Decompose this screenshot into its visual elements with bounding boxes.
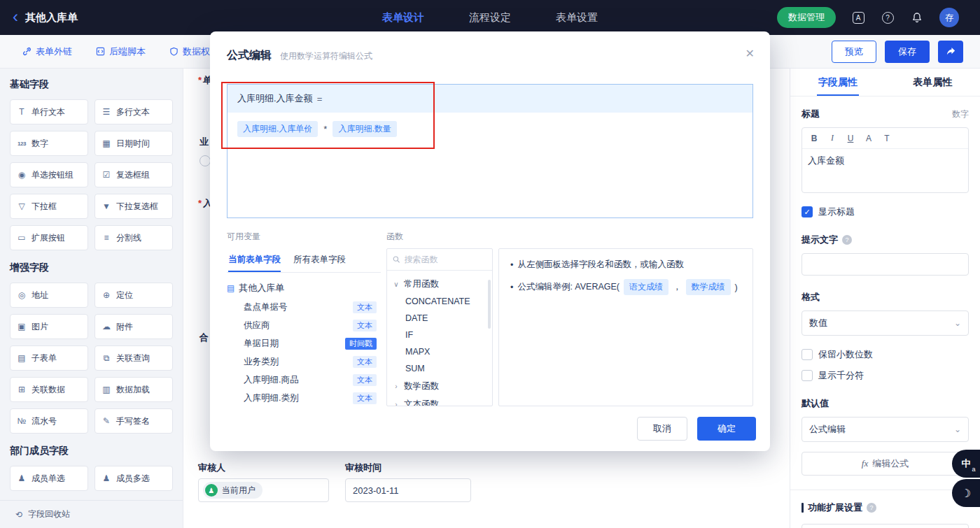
function-item[interactable]: MAPX bbox=[387, 343, 492, 360]
format-select[interactable]: 数值 ⌄ bbox=[802, 311, 969, 336]
function-item[interactable]: CONCATENATE bbox=[387, 293, 492, 310]
field-multi-line-text[interactable]: ☰多行文本 bbox=[94, 99, 173, 124]
field-linked-data[interactable]: ⊞关联数据 bbox=[10, 377, 88, 402]
avatar[interactable]: 存 bbox=[939, 8, 959, 27]
function-list: ∨常用函数 CONCATENATE DATE IF MAPX SUM ›数学函数… bbox=[387, 271, 492, 406]
backend-script-button[interactable]: 后端脚本 bbox=[96, 45, 146, 58]
tab-flow-settings[interactable]: 流程设定 bbox=[469, 11, 511, 24]
field-divider[interactable]: ≡分割线 bbox=[94, 225, 173, 250]
tree-field[interactable]: 业务类别文本 bbox=[227, 352, 381, 371]
bell-icon[interactable] bbox=[910, 10, 924, 24]
reviewer-label: 审核人 bbox=[198, 462, 225, 474]
font-color-button[interactable]: A bbox=[860, 134, 878, 143]
section-title: 增强字段 bbox=[10, 262, 173, 274]
tab-field-properties[interactable]: 字段属性 bbox=[790, 69, 886, 96]
field-checkbox-group[interactable]: ☑复选框组 bbox=[94, 162, 173, 187]
tab-current-form-fields[interactable]: 当前表单字段 bbox=[228, 248, 281, 272]
tree-field[interactable]: 入库明细.商品文本 bbox=[227, 371, 381, 389]
dark-mode-button[interactable]: ☽ bbox=[952, 479, 980, 507]
field-dropdown[interactable]: ▽下拉框 bbox=[10, 194, 88, 219]
checkbox-unchecked-icon[interactable] bbox=[802, 349, 813, 360]
tree-field[interactable]: 盘点单据号文本 bbox=[227, 298, 381, 316]
hint-input[interactable] bbox=[802, 253, 969, 276]
preview-button[interactable]: 预览 bbox=[832, 41, 876, 63]
underline-button[interactable]: U bbox=[841, 134, 860, 143]
radio-option[interactable] bbox=[200, 155, 211, 166]
add-action-button[interactable]: 添加操作 bbox=[802, 524, 969, 528]
function-item[interactable]: SUM bbox=[387, 360, 492, 377]
hint-help-icon[interactable]: ? bbox=[842, 235, 852, 245]
field-image[interactable]: ▣图片 bbox=[10, 314, 88, 339]
review-time-input[interactable] bbox=[353, 485, 476, 496]
tree-field[interactable]: 单据日期时间戳 bbox=[227, 334, 381, 352]
back-group[interactable]: ‹ 其他入库单 bbox=[0, 10, 78, 25]
field-address[interactable]: ◎地址 bbox=[10, 283, 88, 308]
formula-editor[interactable]: 入库明细.入库金额 = 入库明细.入库单价 * 入库明细.数量 bbox=[227, 84, 753, 218]
bold-button[interactable]: B bbox=[805, 134, 823, 143]
title-value-input[interactable]: 入库金额 bbox=[802, 149, 968, 192]
formula-token-quantity[interactable]: 入库明细.数量 bbox=[332, 121, 396, 137]
extension-help-icon[interactable]: ? bbox=[867, 503, 876, 513]
field-signature[interactable]: ✎手写签名 bbox=[94, 408, 173, 434]
translate-icon: 中a bbox=[962, 457, 971, 470]
function-group-math[interactable]: ›数学函数 bbox=[387, 377, 492, 395]
field-serial-number[interactable]: №流水号 bbox=[10, 408, 88, 434]
checkbox-unchecked-icon[interactable] bbox=[802, 370, 813, 381]
field-location[interactable]: ⊕定位 bbox=[94, 283, 173, 308]
checkbox-checked-icon[interactable]: ✓ bbox=[802, 206, 813, 217]
cancel-button[interactable]: 取消 bbox=[637, 417, 687, 441]
field-datetime[interactable]: ▦日期时间 bbox=[94, 131, 173, 156]
tree-root[interactable]: ▤ 其他入库单 bbox=[227, 278, 381, 298]
tree-field[interactable]: 入库明细.类别文本 bbox=[227, 389, 381, 406]
type-tag: 文本 bbox=[353, 301, 377, 313]
form-link-button[interactable]: 表单外链 bbox=[22, 45, 72, 58]
help-icon[interactable]: ? bbox=[881, 10, 895, 24]
italic-button[interactable]: I bbox=[823, 133, 841, 143]
current-user-chip[interactable]: ♟ 当前用户 bbox=[203, 482, 262, 499]
decimal-option[interactable]: 保留小数位数 bbox=[802, 348, 969, 361]
language-icon[interactable]: A bbox=[851, 10, 865, 24]
attachment-icon: ☁ bbox=[101, 322, 112, 331]
formula-token-unit-price[interactable]: 入库明细.入库单价 bbox=[237, 121, 318, 137]
function-item[interactable]: DATE bbox=[387, 310, 492, 327]
save-button[interactable]: 保存 bbox=[885, 41, 930, 63]
tab-form-properties[interactable]: 表单属性 bbox=[886, 69, 980, 96]
tab-form-design[interactable]: 表单设计 bbox=[382, 11, 424, 24]
confirm-button[interactable]: 确定 bbox=[697, 417, 756, 441]
field-number[interactable]: 123数字 bbox=[10, 131, 88, 156]
field-data-load[interactable]: ▥数据加载 bbox=[94, 377, 173, 402]
field-recycle-bin[interactable]: ⟲ 字段回收站 bbox=[0, 500, 183, 528]
tree-field[interactable]: 供应商文本 bbox=[227, 316, 381, 334]
field-attachment[interactable]: ☁附件 bbox=[94, 314, 173, 339]
tab-all-form-fields[interactable]: 所有表单字段 bbox=[293, 248, 346, 272]
edit-formula-button[interactable]: fx 编辑公式 bbox=[802, 452, 969, 476]
section-enhanced-fields: 增强字段 ◎地址 ⊕定位 ▣图片 ☁附件 ▤子表单 ⧉关联查询 ⊞关联数据 ▥数… bbox=[0, 252, 183, 435]
default-value-select[interactable]: 公式编辑 ⌄ bbox=[802, 417, 969, 442]
function-search-input[interactable] bbox=[405, 255, 486, 264]
reviewer-field[interactable]: ♟ 当前用户 bbox=[198, 478, 329, 502]
field-single-line-text[interactable]: T单行文本 bbox=[10, 99, 88, 124]
field-multi-dropdown[interactable]: ▼下拉复选框 bbox=[94, 194, 173, 219]
function-item[interactable]: IF bbox=[387, 327, 492, 343]
close-icon[interactable]: ✕ bbox=[746, 47, 755, 60]
share-button[interactable] bbox=[938, 41, 963, 63]
function-group-text[interactable]: ›文本函数 bbox=[387, 395, 492, 406]
show-title-option[interactable]: ✓ 显示标题 bbox=[802, 206, 969, 218]
function-group-common[interactable]: ∨常用函数 bbox=[387, 275, 492, 293]
field-member-multi[interactable]: ♟成员多选 bbox=[94, 466, 173, 491]
field-radio-group[interactable]: ◉单选按钮组 bbox=[10, 162, 88, 187]
scrollbar[interactable] bbox=[488, 280, 491, 329]
tab-form-settings[interactable]: 表单设置 bbox=[556, 11, 598, 24]
thousand-separator-option[interactable]: 显示千分符 bbox=[802, 369, 969, 382]
field-subform[interactable]: ▤子表单 bbox=[10, 345, 88, 371]
field-member-single[interactable]: ♟成员单选 bbox=[10, 466, 88, 491]
data-permission-button[interactable]: 数据权 bbox=[169, 45, 210, 58]
section-member-fields: 部门成员字段 ♟成员单选 ♟成员多选 bbox=[0, 435, 183, 492]
translate-button[interactable]: 中a bbox=[952, 450, 980, 478]
field-linked-query[interactable]: ⧉关联查询 bbox=[94, 345, 173, 371]
font-size-button[interactable]: T bbox=[878, 134, 896, 143]
back-icon[interactable]: ‹ bbox=[13, 8, 18, 25]
review-time-field[interactable] bbox=[345, 478, 471, 502]
data-manage-button[interactable]: 数据管理 bbox=[777, 7, 836, 28]
field-extend-button[interactable]: ▭扩展按钮 bbox=[10, 225, 88, 250]
